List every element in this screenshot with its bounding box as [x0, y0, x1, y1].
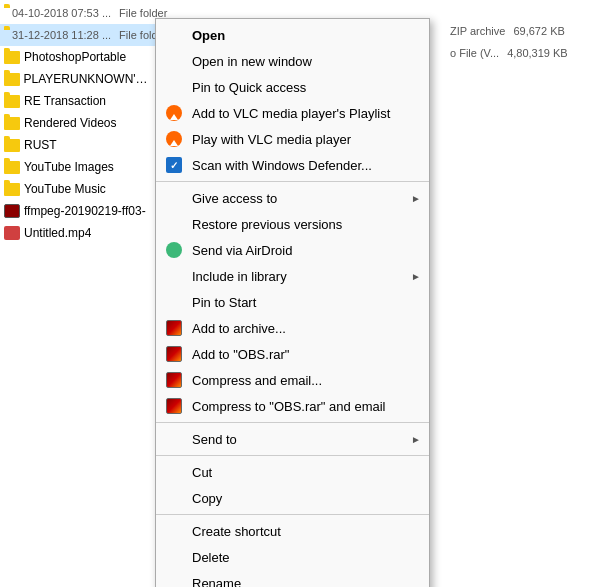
file-name: Rendered Videos [24, 116, 117, 130]
airdroid-icon [164, 240, 184, 260]
list-item-re-transaction[interactable]: RE Transaction [0, 90, 155, 112]
video-icon [4, 226, 20, 240]
file-name: YouTube Music [24, 182, 106, 196]
menu-separator-3 [156, 455, 429, 456]
list-item-mp4[interactable]: Untitled.mp4 [0, 222, 155, 244]
menu-item-include-library[interactable]: Include in library ► [156, 263, 429, 289]
list-item[interactable]: New folder 04-10-2018 07:53 ... File fol… [0, 2, 155, 24]
list-item-youtube-images[interactable]: YouTube Images [0, 156, 155, 178]
menu-item-create-shortcut[interactable]: Create shortcut [156, 518, 429, 544]
file-name: RUST [24, 138, 57, 152]
menu-label: Pin to Quick access [192, 80, 306, 95]
file-type-label-2: o File (V... [450, 47, 499, 59]
winrar-icon [164, 318, 184, 338]
list-item[interactable]: YouTube Music [0, 178, 155, 200]
winrar-icon-4 [164, 396, 184, 416]
menu-label: Add to archive... [192, 321, 286, 336]
right-file-row: ZIP archive 69,672 KB [450, 20, 604, 42]
menu-label: Send via AirDroid [192, 243, 292, 258]
file-type-label: ZIP archive [450, 25, 505, 37]
menu-label: Include in library [192, 269, 287, 284]
list-item-obs[interactable]: OBS 31-12-2018 11:28 ... File folder [0, 24, 155, 46]
menu-item-delete[interactable]: Delete [156, 544, 429, 570]
menu-item-copy[interactable]: Copy [156, 485, 429, 511]
folder-icon [4, 51, 20, 64]
file-name: YouTube Images [24, 160, 114, 174]
defender-icon: ✓ [164, 155, 184, 175]
list-item[interactable]: PLAYERUNKNOWN'S B [0, 68, 155, 90]
menu-item-restore-versions[interactable]: Restore previous versions [156, 211, 429, 237]
menu-item-add-vlc-playlist[interactable]: Add to VLC media player's Playlist [156, 100, 429, 126]
menu-item-open-new-window[interactable]: Open in new window [156, 48, 429, 74]
folder-icon [4, 183, 20, 196]
folder-icon [4, 95, 20, 108]
menu-item-give-access[interactable]: Give access to ► [156, 185, 429, 211]
menu-label: Scan with Windows Defender... [192, 158, 372, 173]
menu-label: Copy [192, 491, 222, 506]
right-file-row-2: o File (V... 4,80,319 KB [450, 42, 604, 64]
file-name: RE Transaction [24, 94, 106, 108]
list-item[interactable]: Rendered Videos [0, 112, 155, 134]
list-item-ffmpeg[interactable]: ffmpeg-20190219-ff03- [0, 200, 155, 222]
winrar-icon-3 [164, 370, 184, 390]
menu-separator [156, 181, 429, 182]
archive-icon [4, 204, 20, 218]
menu-label: Compress and email... [192, 373, 322, 388]
menu-item-add-obs-rar[interactable]: Add to "OBS.rar" [156, 341, 429, 367]
vlc-icon-2 [164, 129, 184, 149]
file-name: PLAYERUNKNOWN'S B [24, 72, 151, 86]
menu-separator-2 [156, 422, 429, 423]
menu-item-scan-defender[interactable]: ✓ Scan with Windows Defender... [156, 152, 429, 178]
menu-item-pin-quick[interactable]: Pin to Quick access [156, 74, 429, 100]
menu-label: Play with VLC media player [192, 132, 351, 147]
file-name: Untitled.mp4 [24, 226, 91, 240]
menu-item-send-to[interactable]: Send to ► [156, 426, 429, 452]
folder-icon [4, 139, 20, 152]
menu-label: Create shortcut [192, 524, 281, 539]
menu-item-compress-obs-email[interactable]: Compress to "OBS.rar" and email [156, 393, 429, 419]
folder-icon [4, 161, 20, 174]
menu-label: Restore previous versions [192, 217, 342, 232]
submenu-arrow-2: ► [411, 271, 421, 282]
menu-label: Add to VLC media player's Playlist [192, 106, 390, 121]
menu-item-send-airdroid[interactable]: Send via AirDroid [156, 237, 429, 263]
list-item[interactable]: PhotoshopPortable [0, 46, 155, 68]
file-size-label-2: 4,80,319 KB [507, 47, 568, 59]
menu-item-rename[interactable]: Rename [156, 570, 429, 587]
menu-label: Give access to [192, 191, 277, 206]
menu-label: Compress to "OBS.rar" and email [192, 399, 385, 414]
file-date: 31-12-2018 11:28 ... [12, 29, 111, 41]
menu-label: Open [192, 28, 225, 43]
menu-item-add-archive[interactable]: Add to archive... [156, 315, 429, 341]
menu-label: Delete [192, 550, 230, 565]
file-name: PhotoshopPortable [24, 50, 126, 64]
file-size-label: 69,672 KB [513, 25, 564, 37]
menu-label: Add to "OBS.rar" [192, 347, 289, 362]
file-date: 04-10-2018 07:53 ... [12, 7, 111, 19]
menu-label: Cut [192, 465, 212, 480]
menu-label: Open in new window [192, 54, 312, 69]
menu-label: Send to [192, 432, 237, 447]
menu-item-pin-start[interactable]: Pin to Start [156, 289, 429, 315]
menu-item-cut[interactable]: Cut [156, 459, 429, 485]
vlc-icon [164, 103, 184, 123]
context-menu: Open Open in new window Pin to Quick acc… [155, 18, 430, 587]
menu-label: Pin to Start [192, 295, 256, 310]
menu-separator-4 [156, 514, 429, 515]
winrar-icon-2 [164, 344, 184, 364]
folder-icon [4, 117, 20, 130]
menu-item-open[interactable]: Open [156, 22, 429, 48]
submenu-arrow: ► [411, 193, 421, 204]
submenu-arrow-3: ► [411, 434, 421, 445]
file-list-left: New folder 04-10-2018 07:53 ... File fol… [0, 0, 155, 244]
list-item[interactable]: RUST [0, 134, 155, 156]
right-panel: ZIP archive 69,672 KB o File (V... 4,80,… [450, 20, 604, 64]
file-name: ffmpeg-20190219-ff03- [24, 204, 146, 218]
menu-item-compress-email[interactable]: Compress and email... [156, 367, 429, 393]
folder-icon [4, 73, 20, 86]
menu-label: Rename [192, 576, 241, 588]
menu-item-play-vlc[interactable]: Play with VLC media player [156, 126, 429, 152]
